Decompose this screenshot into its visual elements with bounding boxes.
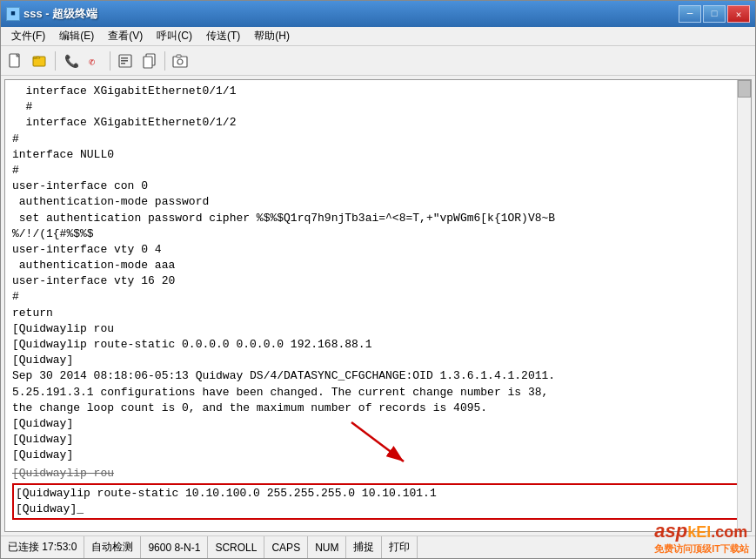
terminal-main: # interface NULL0 # user-interface con 0…: [12, 131, 744, 464]
hangup-button[interactable]: ✆: [84, 50, 106, 72]
new-button[interactable]: [4, 50, 27, 72]
properties-button[interactable]: [114, 50, 137, 72]
toolbar-sep-3: [164, 51, 165, 71]
status-caps: CAPS: [264, 536, 308, 558]
svg-rect-10: [173, 57, 187, 67]
menu-file[interactable]: 文件(F): [4, 27, 52, 45]
main-window: ■ sss - 超级终端 ─ □ ✕ 文件(F) 编辑(E) 查看(V) 呼叫(…: [0, 0, 756, 559]
titlebar-buttons: ─ □ ✕: [679, 5, 750, 23]
svg-text:✆: ✆: [89, 57, 95, 69]
menu-view[interactable]: 查看(V): [101, 27, 150, 45]
terminal-top-lines: interface XGigabitEthernet0/1/1 # interf…: [12, 84, 744, 131]
svg-rect-5: [121, 57, 128, 59]
status-autodetect: 自动检测: [84, 536, 141, 558]
menu-transfer[interactable]: 传送(T): [199, 27, 247, 45]
copy-button[interactable]: [138, 50, 161, 72]
status-baud: 9600 8-N-1: [141, 536, 208, 558]
content-area: interface XGigabitEthernet0/1/1 # interf…: [1, 76, 755, 535]
svg-rect-7: [121, 63, 125, 64]
restore-button[interactable]: □: [703, 5, 726, 23]
terminal-scrollbar[interactable]: [737, 80, 751, 531]
titlebar-left: ■ sss - 超级终端: [6, 6, 97, 22]
highlight-box: [Quidwaylip route-static 10.10.100.0 255…: [12, 483, 744, 520]
window-icon: ■: [6, 7, 20, 21]
close-button[interactable]: ✕: [727, 5, 750, 23]
menu-help[interactable]: 帮助(H): [247, 27, 297, 45]
strikethrough-line: [Quidwaylip rou: [12, 466, 744, 482]
terminal-scroll[interactable]: interface XGigabitEthernet0/1/1 # interf…: [5, 80, 751, 531]
status-connected: 已连接 17:53:0: [6, 536, 84, 558]
scrollbar-thumb[interactable]: [738, 80, 751, 98]
status-capture: 捕捉: [346, 536, 382, 558]
menu-edit[interactable]: 编辑(E): [52, 27, 101, 45]
svg-rect-6: [121, 60, 128, 62]
svg-rect-12: [177, 55, 181, 57]
svg-rect-9: [144, 57, 152, 68]
status-num: NUM: [308, 536, 346, 558]
open-button[interactable]: [29, 50, 51, 72]
svg-text:📞: 📞: [64, 54, 78, 69]
menubar: 文件(F) 编辑(E) 查看(V) 呼叫(C) 传送(T) 帮助(H): [1, 27, 755, 46]
status-print: 打印: [382, 536, 418, 558]
status-scroll: SCROLL: [208, 536, 264, 558]
titlebar: ■ sss - 超级终端 ─ □ ✕: [1, 1, 755, 27]
statusbar: 已连接 17:53:0 自动检测 9600 8-N-1 SCROLL CAPS …: [1, 535, 755, 558]
capture-button[interactable]: [169, 50, 191, 72]
toolbar: 📞 ✆: [1, 46, 755, 76]
highlighted-cmd-1: [Quidwaylip route-static 10.10.100.0 255…: [16, 486, 740, 502]
dial-button[interactable]: 📞: [59, 50, 82, 72]
toolbar-sep-2: [110, 51, 110, 71]
highlighted-cmd-2: [Quidway]_: [16, 502, 740, 517]
window-title: sss - 超级终端: [23, 6, 97, 22]
minimize-button[interactable]: ─: [679, 5, 701, 23]
toolbar-sep-1: [55, 51, 56, 71]
menu-call[interactable]: 呼叫(C): [150, 27, 199, 45]
terminal[interactable]: interface XGigabitEthernet0/1/1 # interf…: [4, 79, 752, 532]
